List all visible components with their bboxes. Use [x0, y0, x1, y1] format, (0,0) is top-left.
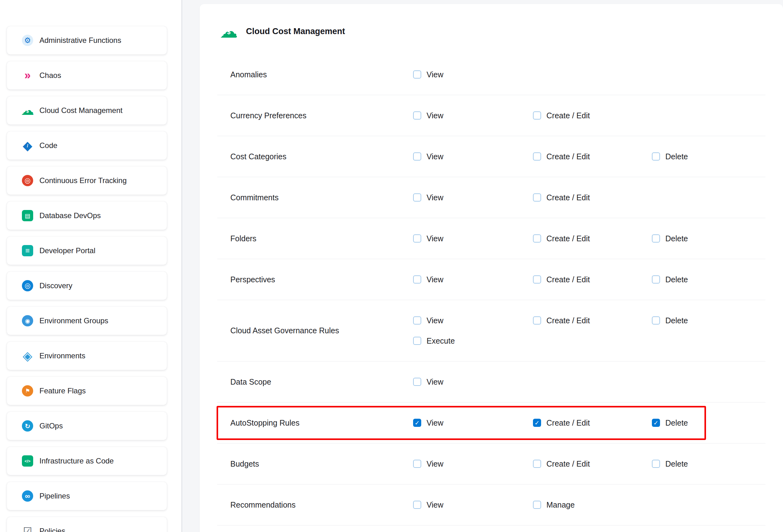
checkbox-perspectives-create-edit[interactable] — [533, 275, 541, 284]
policy-check-icon: ☑ — [22, 525, 33, 532]
sidebar-item-pipelines[interactable]: ∞Pipelines — [7, 482, 167, 510]
checkbox-autostopping-rules-delete[interactable]: ✓ — [652, 419, 660, 427]
permission-row-perspectives: PerspectivesViewCreate / EditDelete — [217, 259, 765, 300]
sidebar-item-label: Database DevOps — [39, 211, 101, 220]
checkbox-label: Create / Edit — [546, 152, 590, 161]
gitops-icon: ↻ — [22, 420, 33, 432]
page: ⚙Administrative Functions»Chaos☁$Cloud C… — [0, 0, 783, 532]
checkbox-label: Delete — [665, 418, 688, 428]
sidebar-item-environments[interactable]: ◈Environments — [7, 342, 167, 370]
checkbox-anomalies-view[interactable] — [413, 70, 421, 79]
checkbox-cloud-asset-governance-rules-delete[interactable] — [652, 316, 660, 324]
checkbox-label: View — [427, 152, 443, 161]
checkbox-cloud-asset-governance-rules-view[interactable] — [413, 316, 421, 324]
sidebar-item-feature-flags[interactable]: ⚑Feature Flags — [7, 377, 167, 405]
sidebar-item-policies[interactable]: ☑Policies — [7, 517, 167, 532]
row-label: Currency Preferences — [230, 111, 413, 120]
panel-title: Cloud Cost Management — [246, 27, 345, 36]
checkbox-label: View — [427, 460, 443, 468]
checkbox-label: Delete — [665, 152, 688, 161]
permission-row-cost-categories: Cost CategoriesViewCreate / EditDelete — [217, 136, 765, 177]
checkbox-commitments-view[interactable] — [413, 193, 421, 201]
code-diamond-icon: ◆/ — [22, 140, 33, 151]
sidebar-item-developer-portal[interactable]: ≡Developer Portal — [7, 237, 167, 265]
sidebar-item-infrastructure-as-code[interactable]: </>Infrastructure as Code — [7, 447, 167, 475]
checkbox-commitments-create-edit[interactable] — [533, 193, 541, 201]
checkbox-budgets-delete[interactable] — [652, 460, 660, 468]
checkbox-recommendations-manage[interactable] — [533, 501, 541, 509]
row-label: Cost Categories — [230, 152, 413, 161]
permission-row-data-scope: Data ScopeView — [217, 362, 765, 402]
checkbox-cloud-asset-governance-rules-execute[interactable] — [413, 337, 421, 345]
checkbox-recommendations-view[interactable] — [413, 501, 421, 509]
permission-row-budgets: BudgetsViewCreate / EditDelete — [217, 443, 765, 484]
sidebar-item-continuous-error-tracking[interactable]: ◎Continuous Error Tracking — [7, 166, 167, 195]
sidebar-item-label: Policies — [39, 527, 65, 532]
checkbox-label: Create / Edit — [546, 193, 590, 202]
checkbox-label: View — [427, 316, 443, 325]
checkbox-cost-categories-delete[interactable] — [652, 152, 660, 160]
chaos-arrows-icon: » — [22, 70, 33, 81]
sidebar-item-cloud-cost-management[interactable]: ☁$Cloud Cost Management — [7, 96, 167, 125]
row-label: Data Scope — [230, 377, 413, 386]
permission-row-anomalies: AnomaliesView — [217, 54, 765, 95]
sidebar-item-label: Environment Groups — [39, 316, 108, 325]
sidebar-item-environment-groups[interactable]: ◉Environment Groups — [7, 307, 167, 335]
row-label: Folders — [230, 234, 413, 243]
cloud-dollar-icon: ☁$ — [220, 22, 238, 40]
checkbox-label: View — [427, 70, 443, 79]
checkbox-budgets-create-edit[interactable] — [533, 460, 541, 468]
sidebar-item-chaos[interactable]: »Chaos — [7, 61, 167, 90]
checkbox-label: Delete — [665, 460, 688, 468]
checkbox-budgets-view[interactable] — [413, 460, 421, 468]
checkbox-autostopping-rules-create-edit[interactable]: ✓ — [533, 419, 541, 427]
checkbox-label: Create / Edit — [546, 418, 590, 428]
checkbox-cloud-asset-governance-rules-create-edit[interactable] — [533, 316, 541, 324]
sidebar-item-database-devops[interactable]: ▤Database DevOps — [7, 201, 167, 230]
checkbox-label: Execute — [427, 336, 455, 345]
sidebar-item-label: Administrative Functions — [39, 36, 121, 45]
checkbox-label: Create / Edit — [546, 111, 590, 120]
checkbox-label: View — [427, 500, 443, 509]
checkbox-cost-categories-view[interactable] — [413, 152, 421, 160]
checkbox-perspectives-delete[interactable] — [652, 275, 660, 284]
checkbox-data-scope-view[interactable] — [413, 378, 421, 386]
row-label: Commitments — [230, 193, 413, 202]
module-sidebar: ⚙Administrative Functions»Chaos☁$Cloud C… — [0, 0, 182, 532]
checkbox-folders-view[interactable] — [413, 234, 421, 243]
row-label: Budgets — [230, 460, 413, 468]
checkbox-currency-preferences-create-edit[interactable] — [533, 112, 541, 120]
checkbox-label: Create / Edit — [546, 316, 590, 325]
checkbox-label: View — [427, 234, 443, 243]
compass-icon: ◎ — [22, 280, 33, 291]
sidebar-item-label: Pipelines — [39, 492, 70, 500]
cloud-dollar-icon: ☁$ — [22, 105, 33, 116]
sidebar-item-gitops[interactable]: ↻GitOps — [7, 412, 167, 440]
checkbox-label: Delete — [665, 316, 688, 325]
sidebar-item-label: Infrastructure as Code — [39, 457, 114, 465]
checkbox-folders-create-edit[interactable] — [533, 234, 541, 243]
sidebar-item-discovery[interactable]: ◎Discovery — [7, 272, 167, 300]
row-label: Anomalies — [230, 70, 413, 79]
sidebar-item-label: Chaos — [39, 71, 61, 80]
row-label: Cloud Asset Governance Rules — [230, 326, 413, 335]
checkbox-autostopping-rules-view[interactable]: ✓ — [413, 419, 421, 427]
checkbox-perspectives-view[interactable] — [413, 275, 421, 284]
sidebar-item-label: Code — [39, 141, 57, 150]
checkbox-currency-preferences-view[interactable] — [413, 112, 421, 120]
checkbox-label: View — [427, 193, 443, 202]
gear-icon: ⚙ — [22, 35, 33, 46]
sidebar-item-label: Feature Flags — [39, 386, 86, 395]
iac-code-icon: </> — [22, 455, 33, 467]
checkbox-label: Delete — [665, 234, 688, 243]
sidebar-item-code[interactable]: ◆/Code — [7, 131, 167, 160]
environments-diamond-icon: ◈ — [22, 350, 33, 362]
checkbox-cost-categories-create-edit[interactable] — [533, 152, 541, 160]
row-label: AutoStopping Rules — [230, 418, 413, 428]
checkbox-folders-delete[interactable] — [652, 234, 660, 243]
permission-row-cloud-asset-governance-rules: Cloud Asset Governance RulesViewCreate /… — [217, 300, 765, 362]
permissions-table: AnomaliesViewCurrency PreferencesViewCre… — [217, 54, 765, 525]
sidebar-item-administrative-functions[interactable]: ⚙Administrative Functions — [7, 26, 167, 55]
row-label: Recommendations — [230, 500, 413, 509]
checkbox-label: View — [427, 377, 443, 386]
